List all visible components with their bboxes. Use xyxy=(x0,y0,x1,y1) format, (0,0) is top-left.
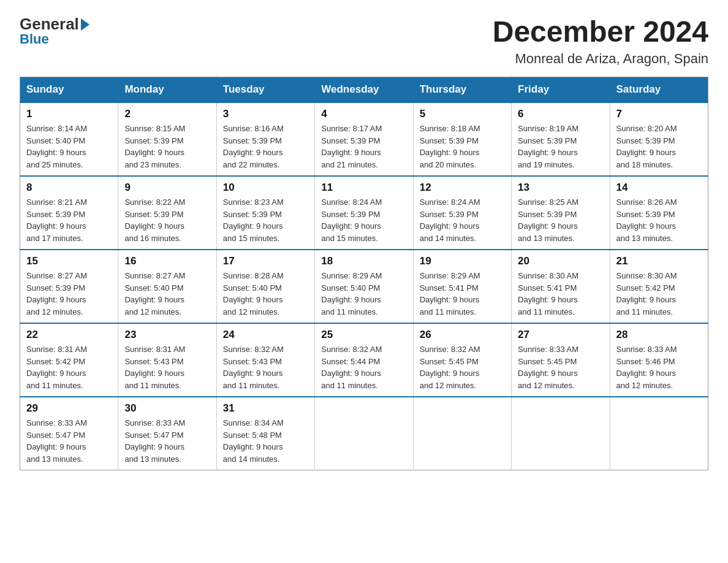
calendar-day-cell: 25Sunrise: 8:32 AMSunset: 5:44 PMDayligh… xyxy=(315,323,413,397)
calendar-day-cell: 16Sunrise: 8:27 AMSunset: 5:40 PMDayligh… xyxy=(118,250,216,323)
day-number: 8 xyxy=(26,182,112,194)
logo: General Blue xyxy=(20,15,91,47)
calendar-table: SundayMondayTuesdayWednesdayThursdayFrid… xyxy=(20,77,708,470)
day-number: 18 xyxy=(321,255,406,267)
day-info: Sunrise: 8:25 AMSunset: 5:39 PMDaylight:… xyxy=(518,196,603,244)
day-of-week-header: Tuesday xyxy=(216,77,314,103)
calendar-header-row: SundayMondayTuesdayWednesdayThursdayFrid… xyxy=(20,77,708,103)
calendar-day-cell: 14Sunrise: 8:26 AMSunset: 5:39 PMDayligh… xyxy=(610,176,708,250)
calendar-day-cell xyxy=(512,397,610,470)
page-header: General Blue December 2024 Monreal de Ar… xyxy=(20,15,708,67)
calendar-day-cell: 8Sunrise: 8:21 AMSunset: 5:39 PMDaylight… xyxy=(20,176,118,250)
day-number: 2 xyxy=(124,108,210,120)
calendar-day-cell: 3Sunrise: 8:16 AMSunset: 5:39 PMDaylight… xyxy=(216,102,314,176)
calendar-day-cell: 19Sunrise: 8:29 AMSunset: 5:41 PMDayligh… xyxy=(413,250,511,323)
day-info: Sunrise: 8:33 AMSunset: 5:46 PMDaylight:… xyxy=(616,343,702,391)
day-info: Sunrise: 8:19 AMSunset: 5:39 PMDaylight:… xyxy=(518,123,603,170)
day-info: Sunrise: 8:32 AMSunset: 5:45 PMDaylight:… xyxy=(420,343,505,391)
day-number: 20 xyxy=(518,255,603,267)
day-info: Sunrise: 8:30 AMSunset: 5:42 PMDaylight:… xyxy=(616,270,702,318)
calendar-day-cell xyxy=(315,397,413,470)
calendar-day-cell xyxy=(610,397,708,470)
calendar-day-cell xyxy=(413,397,511,470)
day-info: Sunrise: 8:16 AMSunset: 5:39 PMDaylight:… xyxy=(223,123,308,170)
day-of-week-header: Thursday xyxy=(413,77,511,103)
day-of-week-header: Friday xyxy=(512,77,610,103)
day-number: 1 xyxy=(26,108,112,120)
day-number: 31 xyxy=(223,402,308,415)
calendar-day-cell: 28Sunrise: 8:33 AMSunset: 5:46 PMDayligh… xyxy=(610,323,708,397)
day-number: 22 xyxy=(26,329,112,341)
day-number: 21 xyxy=(616,255,702,267)
calendar-day-cell: 29Sunrise: 8:33 AMSunset: 5:47 PMDayligh… xyxy=(20,397,118,470)
calendar-week-row: 8Sunrise: 8:21 AMSunset: 5:39 PMDaylight… xyxy=(20,176,708,250)
day-info: Sunrise: 8:33 AMSunset: 5:47 PMDaylight:… xyxy=(124,417,210,465)
day-number: 23 xyxy=(124,329,210,341)
day-info: Sunrise: 8:23 AMSunset: 5:39 PMDaylight:… xyxy=(223,196,308,244)
day-number: 27 xyxy=(518,329,603,341)
day-number: 4 xyxy=(321,108,406,120)
day-number: 9 xyxy=(124,182,210,194)
day-info: Sunrise: 8:31 AMSunset: 5:43 PMDaylight:… xyxy=(124,343,210,391)
day-number: 30 xyxy=(124,402,210,415)
calendar-day-cell: 6Sunrise: 8:19 AMSunset: 5:39 PMDaylight… xyxy=(512,102,610,176)
calendar-day-cell: 1Sunrise: 8:14 AMSunset: 5:40 PMDaylight… xyxy=(20,102,118,176)
day-info: Sunrise: 8:18 AMSunset: 5:39 PMDaylight:… xyxy=(420,123,505,170)
day-info: Sunrise: 8:30 AMSunset: 5:41 PMDaylight:… xyxy=(518,270,603,318)
day-info: Sunrise: 8:15 AMSunset: 5:39 PMDaylight:… xyxy=(124,123,210,170)
day-info: Sunrise: 8:27 AMSunset: 5:40 PMDaylight:… xyxy=(124,270,210,318)
day-info: Sunrise: 8:33 AMSunset: 5:47 PMDaylight:… xyxy=(26,417,112,465)
day-number: 11 xyxy=(321,182,406,194)
day-number: 25 xyxy=(321,329,406,341)
calendar-day-cell: 30Sunrise: 8:33 AMSunset: 5:47 PMDayligh… xyxy=(118,397,216,470)
day-number: 29 xyxy=(26,402,112,415)
day-info: Sunrise: 8:14 AMSunset: 5:40 PMDaylight:… xyxy=(26,123,112,170)
day-info: Sunrise: 8:32 AMSunset: 5:43 PMDaylight:… xyxy=(223,343,308,391)
calendar-day-cell: 2Sunrise: 8:15 AMSunset: 5:39 PMDaylight… xyxy=(118,102,216,176)
calendar-day-cell: 15Sunrise: 8:27 AMSunset: 5:39 PMDayligh… xyxy=(20,250,118,323)
calendar-day-cell: 18Sunrise: 8:29 AMSunset: 5:40 PMDayligh… xyxy=(315,250,413,323)
day-number: 5 xyxy=(420,108,505,120)
day-info: Sunrise: 8:20 AMSunset: 5:39 PMDaylight:… xyxy=(616,123,702,170)
calendar-day-cell: 10Sunrise: 8:23 AMSunset: 5:39 PMDayligh… xyxy=(216,176,314,250)
day-number: 13 xyxy=(518,182,603,194)
logo-blue-text: Blue xyxy=(20,31,49,47)
calendar-day-cell: 9Sunrise: 8:22 AMSunset: 5:39 PMDaylight… xyxy=(118,176,216,250)
day-number: 12 xyxy=(420,182,505,194)
day-number: 26 xyxy=(420,329,505,341)
day-info: Sunrise: 8:21 AMSunset: 5:39 PMDaylight:… xyxy=(26,196,112,244)
calendar-day-cell: 20Sunrise: 8:30 AMSunset: 5:41 PMDayligh… xyxy=(512,250,610,323)
day-info: Sunrise: 8:22 AMSunset: 5:39 PMDaylight:… xyxy=(124,196,210,244)
day-of-week-header: Saturday xyxy=(610,77,708,103)
calendar-week-row: 1Sunrise: 8:14 AMSunset: 5:40 PMDaylight… xyxy=(20,102,708,176)
day-of-week-header: Monday xyxy=(118,77,216,103)
day-number: 6 xyxy=(518,108,603,120)
day-info: Sunrise: 8:17 AMSunset: 5:39 PMDaylight:… xyxy=(321,123,406,170)
calendar-week-row: 22Sunrise: 8:31 AMSunset: 5:42 PMDayligh… xyxy=(20,323,708,397)
calendar-week-row: 29Sunrise: 8:33 AMSunset: 5:47 PMDayligh… xyxy=(20,397,708,470)
day-number: 7 xyxy=(616,108,702,120)
calendar-day-cell: 21Sunrise: 8:30 AMSunset: 5:42 PMDayligh… xyxy=(610,250,708,323)
day-number: 10 xyxy=(223,182,308,194)
day-info: Sunrise: 8:32 AMSunset: 5:44 PMDaylight:… xyxy=(321,343,406,391)
day-number: 3 xyxy=(223,108,308,120)
day-number: 14 xyxy=(616,182,702,194)
day-number: 24 xyxy=(223,329,308,341)
day-info: Sunrise: 8:24 AMSunset: 5:39 PMDaylight:… xyxy=(321,196,406,244)
calendar-day-cell: 17Sunrise: 8:28 AMSunset: 5:40 PMDayligh… xyxy=(216,250,314,323)
day-info: Sunrise: 8:24 AMSunset: 5:39 PMDaylight:… xyxy=(420,196,505,244)
day-info: Sunrise: 8:29 AMSunset: 5:40 PMDaylight:… xyxy=(321,270,406,318)
calendar-day-cell: 24Sunrise: 8:32 AMSunset: 5:43 PMDayligh… xyxy=(216,323,314,397)
day-of-week-header: Wednesday xyxy=(315,77,413,103)
day-info: Sunrise: 8:31 AMSunset: 5:42 PMDaylight:… xyxy=(26,343,112,391)
day-number: 17 xyxy=(223,255,308,267)
calendar-week-row: 15Sunrise: 8:27 AMSunset: 5:39 PMDayligh… xyxy=(20,250,708,323)
calendar-day-cell: 5Sunrise: 8:18 AMSunset: 5:39 PMDaylight… xyxy=(413,102,511,176)
day-number: 19 xyxy=(420,255,505,267)
page-subtitle: Monreal de Ariza, Aragon, Spain xyxy=(493,51,708,67)
calendar-day-cell: 12Sunrise: 8:24 AMSunset: 5:39 PMDayligh… xyxy=(413,176,511,250)
calendar-day-cell: 4Sunrise: 8:17 AMSunset: 5:39 PMDaylight… xyxy=(315,102,413,176)
calendar-day-cell: 7Sunrise: 8:20 AMSunset: 5:39 PMDaylight… xyxy=(610,102,708,176)
day-number: 28 xyxy=(616,329,702,341)
calendar-day-cell: 13Sunrise: 8:25 AMSunset: 5:39 PMDayligh… xyxy=(512,176,610,250)
